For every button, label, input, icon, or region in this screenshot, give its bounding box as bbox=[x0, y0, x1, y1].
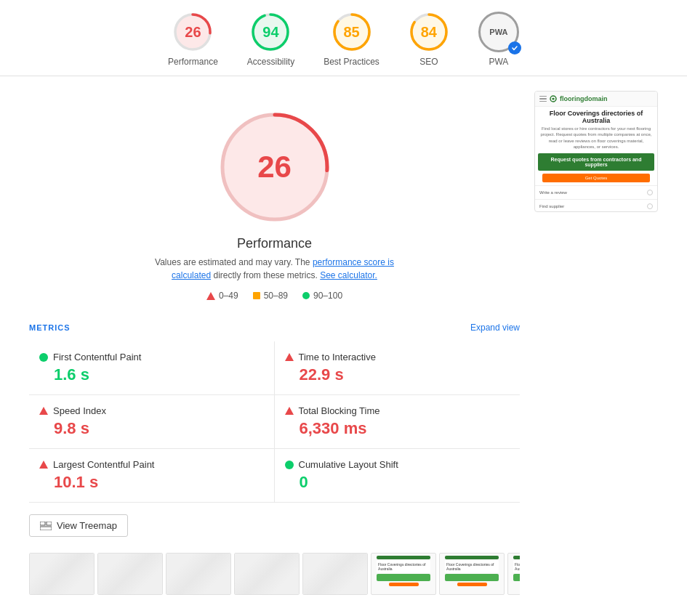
score-label-seo: SEO bbox=[419, 57, 438, 67]
score-item-best-practices[interactable]: 85 Best Practices bbox=[324, 12, 379, 67]
big-gauge: 26 bbox=[213, 105, 337, 229]
metric-name-row-tbt: Total Blocking Time bbox=[285, 405, 513, 416]
desc-text-mid: directly from these metrics. bbox=[213, 270, 317, 280]
metric-name-cls: Cumulative Layout Shift bbox=[299, 459, 398, 470]
score-label-best-practices: Best Practices bbox=[324, 57, 379, 67]
score-label-accessibility: Accessibility bbox=[247, 57, 294, 67]
menu-icon bbox=[539, 96, 547, 102]
score-circle-accessibility: 94 bbox=[250, 12, 291, 52]
legend-item-good: 90–100 bbox=[302, 291, 342, 301]
metric-cell-tbt: Total Blocking Time 6,330 ms bbox=[275, 395, 521, 449]
score-item-pwa[interactable]: PWA PWA bbox=[478, 12, 519, 67]
metric-name-row-lcp: Largest Contentful Paint bbox=[39, 459, 267, 470]
metrics-header: METRICS Expand view bbox=[29, 323, 520, 333]
expand-view-btn[interactable]: Expand view bbox=[470, 323, 520, 333]
score-label-performance: Performance bbox=[168, 57, 218, 67]
metric-name-lcp: Largest Contentful Paint bbox=[53, 459, 154, 470]
metric-value-cls: 0 bbox=[285, 473, 513, 492]
preview-row-review: Write a review bbox=[535, 187, 657, 198]
preview-divider-1 bbox=[535, 185, 657, 186]
legend-item-average: 50–89 bbox=[253, 291, 288, 301]
metric-icon-lcp bbox=[39, 461, 48, 469]
metric-name-tbt: Total Blocking Time bbox=[299, 405, 380, 416]
performance-title: Performance bbox=[237, 236, 312, 251]
score-circle-best-practices: 85 bbox=[332, 12, 372, 52]
thumbnail-3 bbox=[166, 553, 231, 595]
thumbnails-row: Floor Coverings directories of Australia… bbox=[29, 553, 520, 595]
legend-icon-average bbox=[253, 292, 260, 299]
preview-orange-button: Get Quotes bbox=[542, 174, 650, 182]
metric-name-row-fcp: First Contentful Paint bbox=[39, 352, 267, 362]
preview-row-supplier: Find supplier bbox=[535, 201, 657, 211]
svg-rect-15 bbox=[40, 522, 45, 525]
preview-green-box: Request quotes from contractors and supp… bbox=[538, 153, 654, 171]
left-panel: 26 Performance Values are estimated and … bbox=[29, 91, 520, 595]
performance-description: Values are estimated and may vary. The p… bbox=[151, 256, 398, 282]
metric-name-si: Speed Index bbox=[53, 405, 106, 416]
thumbnail-5 bbox=[302, 553, 368, 595]
thumbnail-2 bbox=[97, 553, 163, 595]
metric-cell-tti: Time to Interactive 22.9 s bbox=[275, 341, 521, 395]
score-item-seo[interactable]: 84 SEO bbox=[409, 12, 449, 67]
main-content: 26 Performance Values are estimated and … bbox=[0, 76, 687, 609]
preview-row-supplier-text: Find supplier bbox=[539, 204, 564, 208]
metric-name-row-tti: Time to Interactive bbox=[285, 352, 513, 362]
big-gauge-score: 26 bbox=[257, 150, 292, 185]
preview-card-header: flooringdomain bbox=[535, 92, 657, 107]
preview-row-supplier-icon bbox=[647, 203, 653, 209]
legend-item-poor: 0–49 bbox=[206, 291, 238, 301]
scores-bar: 26 Performance 94 Accessibility 85 Best … bbox=[0, 0, 687, 76]
score-circle-performance: 26 bbox=[172, 12, 213, 52]
preview-logo-text: flooringdomain bbox=[560, 95, 608, 102]
metric-icon-tbt bbox=[285, 407, 294, 415]
metric-cell-si: Speed Index 9.8 s bbox=[29, 395, 275, 449]
metric-cell-fcp: First Contentful Paint 1.6 s bbox=[29, 341, 275, 395]
view-treemap-button[interactable]: View Treemap bbox=[29, 514, 128, 537]
thumbnail-8: Floor Coverings directories of Australia bbox=[507, 553, 520, 595]
pwa-label: PWA bbox=[489, 28, 507, 36]
score-value-performance: 26 bbox=[185, 24, 201, 41]
score-value-accessibility: 94 bbox=[262, 24, 278, 41]
preview-divider-2 bbox=[535, 199, 657, 200]
desc-text-start: Values are estimated and may vary. The bbox=[155, 257, 310, 267]
metrics-section: METRICS Expand view First Contentful Pai… bbox=[29, 323, 520, 503]
thumbnail-1 bbox=[29, 553, 95, 595]
legend-icon-poor bbox=[206, 292, 215, 300]
score-item-performance[interactable]: 26 Performance bbox=[168, 12, 218, 67]
legend-label-poor: 0–49 bbox=[219, 291, 238, 301]
score-value-best-practices: 85 bbox=[343, 24, 359, 41]
metric-value-tti: 22.9 s bbox=[285, 365, 513, 384]
preview-card: flooringdomain Floor Coverings directori… bbox=[534, 91, 658, 212]
score-value-seo: 84 bbox=[421, 24, 437, 41]
treemap-btn-label: View Treemap bbox=[57, 520, 117, 531]
score-legend: 0–49 50–89 90–100 bbox=[206, 291, 342, 301]
preview-logo-icon bbox=[550, 95, 557, 102]
metric-name-fcp: First Contentful Paint bbox=[53, 352, 141, 362]
right-panel: flooringdomain Floor Coverings directori… bbox=[534, 91, 658, 595]
metric-icon-fcp bbox=[39, 353, 48, 362]
calculator-link[interactable]: See calculator. bbox=[320, 270, 377, 280]
metric-icon-si bbox=[39, 407, 48, 415]
pwa-badge bbox=[508, 41, 521, 54]
metrics-grid: First Contentful Paint 1.6 s Time to Int… bbox=[29, 341, 520, 503]
score-label-pwa: PWA bbox=[489, 57, 508, 67]
legend-label-average: 50–89 bbox=[264, 291, 288, 301]
metric-icon-tti bbox=[285, 353, 294, 361]
score-circle-seo: 84 bbox=[409, 12, 449, 52]
metric-icon-cls bbox=[285, 461, 294, 469]
metric-value-tbt: 6,330 ms bbox=[285, 419, 513, 438]
preview-row-review-text: Write a review bbox=[539, 190, 567, 195]
metric-cell-lcp: Largest Contentful Paint 10.1 s bbox=[29, 449, 275, 503]
metric-value-lcp: 10.1 s bbox=[39, 473, 267, 492]
preview-page-title: Floor Coverings directories of Australia bbox=[535, 107, 657, 126]
preview-body-text: Find local stores or hire contractors fo… bbox=[535, 126, 657, 153]
metric-name-tti: Time to Interactive bbox=[299, 352, 376, 362]
thumbnail-4 bbox=[234, 553, 300, 595]
metric-value-si: 9.8 s bbox=[39, 419, 267, 438]
metric-name-row-cls: Cumulative Layout Shift bbox=[285, 459, 513, 470]
svg-rect-16 bbox=[47, 522, 52, 525]
score-item-accessibility[interactable]: 94 Accessibility bbox=[247, 12, 294, 67]
treemap-icon bbox=[40, 522, 52, 530]
preview-row-review-icon bbox=[647, 190, 653, 195]
thumbnail-6: Floor Coverings directories of Australia bbox=[371, 553, 436, 595]
